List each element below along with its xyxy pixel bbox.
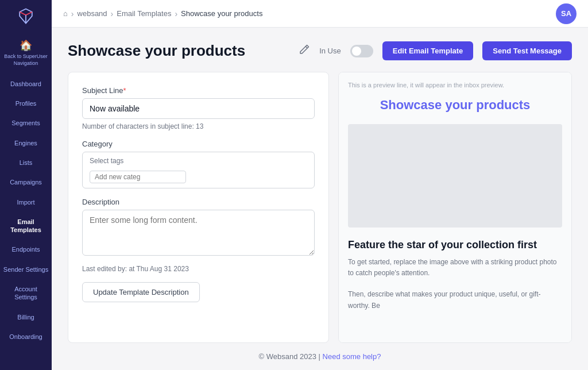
subject-label: Subject Line* xyxy=(82,86,315,95)
footer-copyright: © Websand 2023 | xyxy=(259,352,320,361)
sidebar-item-sender-settings[interactable]: Sender Settings xyxy=(0,260,52,279)
update-template-button[interactable]: Update Template Description xyxy=(82,282,200,302)
breadcrumb-sep-1: › xyxy=(71,9,74,18)
right-panel: This is a preview line, it will appear i… xyxy=(338,72,572,343)
category-label: Category xyxy=(82,140,315,148)
sidebar-item-lists[interactable]: Lists xyxy=(0,153,52,172)
preview-subtext: This is a preview line, it will appear i… xyxy=(348,82,562,88)
category-group: Category Select tags xyxy=(82,140,315,188)
page-title: Showcase your products xyxy=(68,42,289,60)
svg-line-0 xyxy=(305,47,307,48)
sidebar-logo xyxy=(0,0,52,32)
sidebar: 🏠 Back to SuperUser Navigation Dashboard… xyxy=(0,0,52,370)
sidebar-item-profiles[interactable]: Profiles xyxy=(0,94,52,113)
left-panel: Subject Line* Number of characters in su… xyxy=(68,72,329,343)
breadcrumb-sep-3: › xyxy=(175,9,177,18)
description-textarea[interactable] xyxy=(82,210,315,256)
sidebar-item-onboarding[interactable]: Onboarding xyxy=(0,327,52,346)
sidebar-item-billing[interactable]: Billing xyxy=(0,307,52,327)
select-tags-label: Select tags xyxy=(90,157,307,165)
preview-inner: This is a preview line, it will appear i… xyxy=(339,72,571,342)
preview-title: Showcase your products xyxy=(348,98,562,113)
subject-line-group: Subject Line* Number of characters in su… xyxy=(82,86,315,130)
breadcrumb-websand[interactable]: websand xyxy=(78,9,107,18)
edit-email-template-button[interactable]: Edit Email Template xyxy=(382,41,474,60)
topbar: ⌂ › websand › Email Templates › Showcase… xyxy=(52,0,588,28)
sidebar-item-back[interactable]: 🏠 Back to SuperUser Navigation xyxy=(0,32,52,74)
description-group: Description xyxy=(82,198,315,256)
breadcrumb: ⌂ › websand › Email Templates › Showcase… xyxy=(63,9,551,18)
sidebar-item-import[interactable]: Import xyxy=(0,192,52,212)
breadcrumb-sep-2: › xyxy=(111,9,114,18)
in-use-label: In Use xyxy=(319,47,341,55)
send-test-message-button[interactable]: Send Test Message xyxy=(482,41,572,60)
preview-feature-title: Feature the star of your collection firs… xyxy=(348,239,562,251)
avatar[interactable]: SA xyxy=(556,3,577,24)
page-content: Showcase your products In Use Edit Email… xyxy=(52,28,588,343)
sidebar-item-account-settings[interactable]: Account Settings xyxy=(0,279,52,307)
edit-icon-button[interactable] xyxy=(299,44,310,58)
required-asterisk: * xyxy=(123,86,126,95)
description-label: Description xyxy=(82,198,315,206)
footer: © Websand 2023 | Need some help? xyxy=(52,343,588,370)
subject-input[interactable] xyxy=(82,98,315,119)
preview-body-text-2: Then, describe what makes your product u… xyxy=(348,289,562,311)
in-use-toggle[interactable] xyxy=(350,45,373,57)
last-edited: Last edited by: at Thu Aug 31 2023 xyxy=(82,265,315,273)
char-count: Number of characters in subject line: 13 xyxy=(82,122,315,130)
breadcrumb-email-templates[interactable]: Email Templates xyxy=(117,9,171,18)
sidebar-item-engines[interactable]: Engines xyxy=(0,133,52,153)
page-header: Showcase your products In Use Edit Email… xyxy=(68,41,572,60)
preview-body-text-1: To get started, replace the image above … xyxy=(348,257,562,279)
tag-select-box[interactable]: Select tags xyxy=(82,152,315,188)
header-actions: In Use Edit Email Template Send Test Mes… xyxy=(299,41,572,60)
sidebar-item-email-templates[interactable]: Email Templates xyxy=(0,212,52,240)
preview-image-placeholder xyxy=(348,124,562,228)
footer-help-link[interactable]: Need some help? xyxy=(323,352,381,361)
sidebar-item-endpoints[interactable]: Endpoints xyxy=(0,240,52,259)
sidebar-item-segments[interactable]: Segments xyxy=(0,113,52,133)
sidebar-item-campaigns[interactable]: Campaigns xyxy=(0,172,52,192)
home-icon: 🏠 xyxy=(20,39,32,52)
breadcrumb-home[interactable]: ⌂ xyxy=(63,9,68,18)
breadcrumb-current: Showcase your products xyxy=(181,9,262,18)
add-tag-input[interactable] xyxy=(90,171,186,183)
main-content: ⌂ › websand › Email Templates › Showcase… xyxy=(52,0,588,370)
sidebar-item-dashboard[interactable]: Dashboard xyxy=(0,74,52,94)
panels: Subject Line* Number of characters in su… xyxy=(68,72,572,343)
